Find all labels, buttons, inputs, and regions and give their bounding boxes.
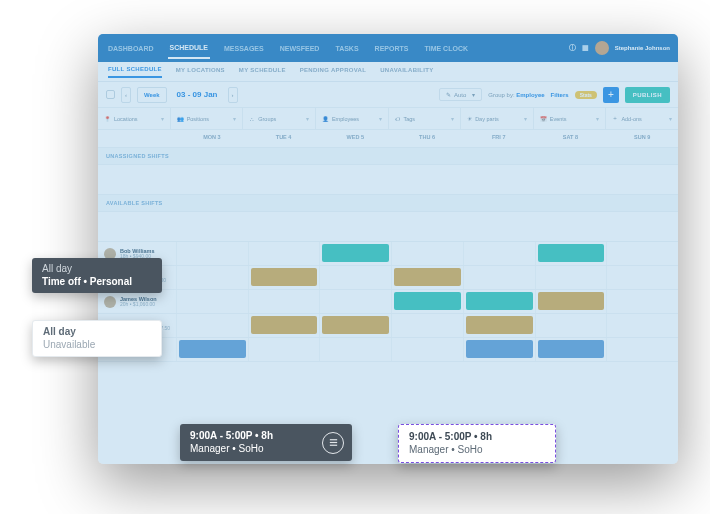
- nav-messages[interactable]: MESSAGES: [222, 45, 266, 52]
- filter-employees[interactable]: 👤Employees▾: [316, 108, 389, 129]
- filter-positions[interactable]: 👥Positions▾: [171, 108, 244, 129]
- list-icon[interactable]: [322, 432, 344, 454]
- day-col-fri: FRI 7: [463, 130, 535, 147]
- schedule-cell[interactable]: [463, 242, 535, 265]
- section-unassigned: UNASSIGNED SHIFTS: [98, 148, 678, 165]
- schedule-cell[interactable]: [391, 314, 463, 337]
- employee-row: Amy Smith48h • $407.80: [98, 338, 678, 362]
- toolbar: ‹ Week 03 - 09 Jan › ✎Auto▾ Group by: Em…: [98, 82, 678, 108]
- schedule-cell[interactable]: [248, 266, 320, 289]
- schedule-cell[interactable]: [606, 314, 678, 337]
- schedule-cell[interactable]: [391, 266, 463, 289]
- date-range[interactable]: 03 - 09 Jan: [173, 90, 222, 99]
- schedule-cell[interactable]: [248, 290, 320, 313]
- nav-schedule[interactable]: SCHEDULE: [168, 44, 211, 59]
- employee-name-cell[interactable]: James Wilson20h • $1,060.00: [98, 290, 176, 313]
- schedule-cell[interactable]: [391, 338, 463, 361]
- group-by-value[interactable]: Employee: [516, 92, 544, 98]
- schedule-cell[interactable]: [176, 314, 248, 337]
- schedule-cell[interactable]: [248, 242, 320, 265]
- schedule-cell[interactable]: [535, 290, 607, 313]
- shift-block[interactable]: [322, 244, 389, 262]
- schedule-cell[interactable]: [319, 314, 391, 337]
- schedule-cell[interactable]: [463, 266, 535, 289]
- subnav-myschedule[interactable]: MY SCHEDULE: [239, 67, 286, 77]
- help-icon[interactable]: ⓘ: [569, 43, 576, 53]
- nav-tasks[interactable]: TASKS: [333, 45, 360, 52]
- schedule-cell[interactable]: [606, 338, 678, 361]
- grid-icon[interactable]: ▦: [582, 44, 589, 52]
- nav-newsfeed[interactable]: NEWSFEED: [278, 45, 322, 52]
- employee-row: Bob Williams18h • $940.00: [98, 242, 678, 266]
- schedule-cell[interactable]: [606, 266, 678, 289]
- shift-block[interactable]: [322, 316, 389, 334]
- chevron-down-icon: ▾: [161, 115, 164, 122]
- shift-block[interactable]: [251, 268, 318, 286]
- schedule-cell[interactable]: [606, 242, 678, 265]
- schedule-cell[interactable]: [463, 290, 535, 313]
- shift-block[interactable]: [394, 268, 461, 286]
- plus-icon: ＋: [612, 115, 618, 122]
- shift-block[interactable]: [466, 292, 533, 310]
- schedule-cell[interactable]: [535, 314, 607, 337]
- schedule-cell[interactable]: [391, 290, 463, 313]
- filter-addons[interactable]: ＋Add-ons▾: [606, 108, 678, 129]
- available-row[interactable]: [98, 212, 678, 242]
- day-col-mon: MON 3: [176, 130, 248, 147]
- select-all-checkbox[interactable]: [106, 90, 115, 99]
- subnav-unavailability[interactable]: UNAVAILABILITY: [380, 67, 433, 77]
- schedule-cell[interactable]: [535, 338, 607, 361]
- auto-schedule-button[interactable]: ✎Auto▾: [439, 88, 482, 101]
- avatar[interactable]: [595, 41, 609, 55]
- shift-block[interactable]: [538, 292, 605, 310]
- schedule-cell[interactable]: [319, 242, 391, 265]
- day-header: MON 3 TUE 4 WED 5 THU 6 FRI 7 SAT 8 SUN …: [98, 130, 678, 148]
- stats-badge[interactable]: Stats: [575, 91, 597, 99]
- shift-block[interactable]: [394, 292, 461, 310]
- schedule-cell[interactable]: [176, 338, 248, 361]
- schedule-cell[interactable]: [319, 290, 391, 313]
- shift-block[interactable]: [538, 340, 605, 358]
- next-week-button[interactable]: ›: [228, 87, 238, 103]
- filter-tags[interactable]: 🏷Tags▾: [389, 108, 462, 129]
- filter-groups[interactable]: ⛬Groups▾: [243, 108, 316, 129]
- schedule-cell[interactable]: [535, 242, 607, 265]
- callout-shift-dark[interactable]: 9:00A - 5:00P • 8h Manager • SoHo: [180, 424, 352, 461]
- nav-reports[interactable]: REPORTS: [373, 45, 411, 52]
- schedule-cell[interactable]: [463, 314, 535, 337]
- add-button[interactable]: +: [603, 87, 619, 103]
- filter-dayparts[interactable]: ☀Day parts▾: [461, 108, 534, 129]
- nav-timeclock[interactable]: TIME CLOCK: [422, 45, 470, 52]
- topnav-icons: ⓘ ▦ Stephanie Johnson: [569, 41, 670, 55]
- schedule-cell[interactable]: [606, 290, 678, 313]
- shift-block[interactable]: [466, 316, 533, 334]
- schedule-cell[interactable]: [248, 338, 320, 361]
- employee-grid: Bob Williams18h • $940.00Chris Miller12h…: [98, 242, 678, 362]
- schedule-cell[interactable]: [319, 266, 391, 289]
- subnav-full[interactable]: FULL SCHEDULE: [108, 66, 162, 78]
- filter-events[interactable]: 📅Events▾: [534, 108, 607, 129]
- subnav-mylocations[interactable]: MY LOCATIONS: [176, 67, 225, 77]
- callout-shift-dashed[interactable]: 9:00A - 5:00P • 8h Manager • SoHo: [398, 424, 556, 463]
- schedule-cell[interactable]: [391, 242, 463, 265]
- prev-week-button[interactable]: ‹: [121, 87, 131, 103]
- schedule-cell[interactable]: [319, 338, 391, 361]
- schedule-cell[interactable]: [176, 290, 248, 313]
- shift-block[interactable]: [466, 340, 533, 358]
- schedule-cell[interactable]: [176, 242, 248, 265]
- schedule-cell[interactable]: [535, 266, 607, 289]
- shift-block[interactable]: [538, 244, 605, 262]
- schedule-cell[interactable]: [248, 314, 320, 337]
- users-icon: 👥: [177, 116, 184, 122]
- nav-dashboard[interactable]: DASHBOARD: [106, 45, 156, 52]
- schedule-cell[interactable]: [176, 266, 248, 289]
- unassigned-row[interactable]: [98, 165, 678, 195]
- schedule-cell[interactable]: [463, 338, 535, 361]
- shift-block[interactable]: [179, 340, 246, 358]
- filter-locations[interactable]: 📍Locations▾: [98, 108, 171, 129]
- filters-button[interactable]: Filters: [551, 92, 569, 98]
- publish-button[interactable]: PUBLISH: [625, 87, 670, 103]
- subnav-pending[interactable]: PENDING APPROVAL: [300, 67, 366, 77]
- range-selector[interactable]: Week: [137, 87, 167, 103]
- shift-block[interactable]: [251, 316, 318, 334]
